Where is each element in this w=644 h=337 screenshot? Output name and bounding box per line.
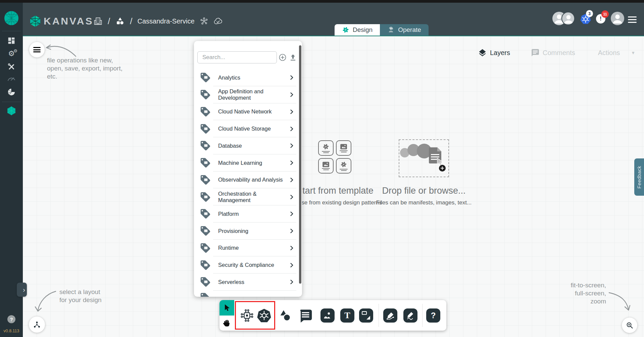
header-menu-button[interactable] — [628, 15, 637, 25]
chevron-right-icon[interactable] — [288, 126, 295, 132]
category-row[interactable]: Machine Learning — [194, 154, 299, 172]
shapes-tool[interactable] — [279, 309, 292, 322]
pan-tool[interactable] — [219, 316, 234, 331]
category-tag-icon — [200, 191, 211, 203]
chevron-right-icon[interactable] — [288, 177, 295, 183]
drop-title[interactable]: Drop file or browse... — [382, 186, 465, 196]
template-thumb-image[interactable] — [336, 140, 351, 156]
category-row-partial[interactable] — [200, 292, 211, 297]
chip-icon — [240, 308, 254, 323]
brand[interactable]: KANVAS — [29, 15, 93, 28]
workspace-icon[interactable] — [115, 16, 125, 26]
layout-selector-button[interactable] — [29, 317, 45, 333]
category-row[interactable]: Orchestration & Management — [194, 188, 299, 205]
category-label: Cloud Native Network — [218, 108, 288, 115]
template-thumb-design[interactable] — [318, 140, 334, 156]
template-thumb-design[interactable] — [336, 158, 351, 174]
select-tool[interactable] — [219, 300, 234, 316]
category-row[interactable]: Cloud Native Network — [194, 103, 299, 121]
actions-dropdown[interactable]: Actions ▼ — [598, 49, 635, 57]
add-component-button[interactable] — [279, 53, 287, 61]
text-tool[interactable]: T — [340, 308, 354, 323]
feedback-label: Feedback — [637, 166, 642, 189]
category-label: Database — [218, 143, 288, 149]
category-row[interactable]: Platform — [194, 205, 299, 223]
chevron-right-icon[interactable] — [288, 108, 295, 115]
sidebar-item-kanvas[interactable] — [6, 106, 16, 116]
category-row[interactable]: Provisioning — [194, 223, 299, 240]
sidebar-item-dashboard[interactable] — [7, 37, 16, 45]
category-label: Observability and Analysis — [218, 177, 288, 183]
chevron-right-icon[interactable] — [288, 74, 295, 81]
search-input[interactable] — [202, 54, 277, 61]
category-row[interactable]: Serverless — [194, 274, 299, 291]
chevron-right-icon[interactable] — [288, 194, 295, 200]
magnifier-plus-icon — [626, 321, 634, 329]
meshery-logo[interactable] — [4, 11, 19, 26]
sidebar-item-lifecycle[interactable]: ⚙⚙ — [8, 50, 15, 57]
tab-design[interactable]: Design — [335, 24, 380, 36]
sidebar-item-extensions[interactable] — [7, 88, 16, 97]
help-button[interactable]: ? — [7, 315, 15, 323]
organization-icon[interactable] — [93, 16, 103, 26]
freehand-draw-tool[interactable] — [403, 308, 417, 323]
question-icon: ? — [431, 311, 436, 320]
image-tool[interactable] — [320, 308, 335, 323]
window-top-strip — [0, 0, 644, 3]
pen-tool[interactable] — [383, 308, 397, 323]
cloud-save-status-icon[interactable] — [213, 17, 223, 25]
merge-designs-icon[interactable] — [200, 17, 208, 26]
category-row[interactable]: Analytics — [194, 69, 299, 86]
chevron-right-icon[interactable] — [288, 142, 295, 149]
sidebar-item-performance[interactable] — [7, 75, 16, 82]
chevron-right-icon[interactable] — [288, 245, 295, 251]
chevron-right-icon[interactable] — [288, 91, 295, 98]
collaborator-avatar[interactable] — [561, 12, 575, 25]
notifications-button[interactable]: ! 11 — [596, 14, 605, 23]
kubernetes-context-badge: 3 — [586, 10, 593, 17]
toolbar-help-button[interactable]: ? — [426, 308, 440, 323]
chevron-right-icon[interactable] — [288, 210, 295, 217]
chevron-right-icon[interactable] — [288, 279, 295, 285]
zoom-controls-button[interactable] — [622, 318, 637, 333]
chevron-right-icon[interactable] — [288, 262, 295, 269]
upload-icon[interactable] — [289, 53, 297, 61]
component-shape-tool[interactable] — [240, 308, 254, 323]
drop-file-zone[interactable] — [399, 139, 449, 177]
comment-tool[interactable] — [298, 308, 312, 323]
category-tag-icon — [200, 259, 211, 271]
category-label: App Definition and Development — [218, 88, 288, 101]
comments-button[interactable]: Comments — [531, 48, 575, 57]
category-tag-icon — [200, 157, 211, 168]
category-row[interactable]: App Definition and Development — [194, 86, 299, 103]
feedback-tab[interactable]: Feedback — [634, 158, 644, 196]
file-menu-button[interactable] — [29, 42, 45, 57]
sidebar-item-configuration[interactable] — [7, 63, 16, 71]
breadcrumb-separator: / — [130, 16, 132, 27]
sticky-note-tool[interactable] — [359, 308, 373, 323]
breadcrumb-design-name[interactable]: Cassandra-Service — [137, 17, 194, 25]
category-row[interactable]: Database — [194, 137, 299, 154]
layers-button[interactable]: Layers — [478, 48, 510, 57]
layers-icon — [478, 48, 487, 57]
chevron-right-icon[interactable] — [288, 159, 295, 166]
pencil-icon — [406, 311, 415, 320]
category-row[interactable]: Cloud Native Storage — [194, 120, 299, 137]
category-row[interactable]: Security & Compliance — [194, 256, 299, 274]
panel-scrollbar[interactable] — [299, 45, 301, 284]
category-row[interactable]: Observability and Analysis — [194, 172, 299, 189]
chevron-right-icon[interactable] — [288, 228, 295, 234]
annotation-select-layout: select a layoutfor your design — [59, 288, 102, 304]
template-thumb-image[interactable] — [318, 158, 334, 174]
kubernetes-components-tool[interactable] — [256, 308, 272, 323]
kubernetes-context-button[interactable]: 3 — [580, 13, 591, 25]
notification-badge: 11 — [601, 10, 609, 18]
category-row[interactable]: Runtime — [194, 240, 299, 257]
template-title[interactable]: Start from template — [296, 186, 374, 196]
tab-operate[interactable]: Operate — [380, 24, 429, 36]
image-icon — [340, 144, 347, 150]
category-tag-icon — [200, 72, 211, 83]
user-avatar[interactable] — [611, 12, 624, 25]
sidebar-expand-button[interactable]: › — [17, 283, 27, 297]
category-label: Orchestration & Management — [218, 191, 288, 203]
